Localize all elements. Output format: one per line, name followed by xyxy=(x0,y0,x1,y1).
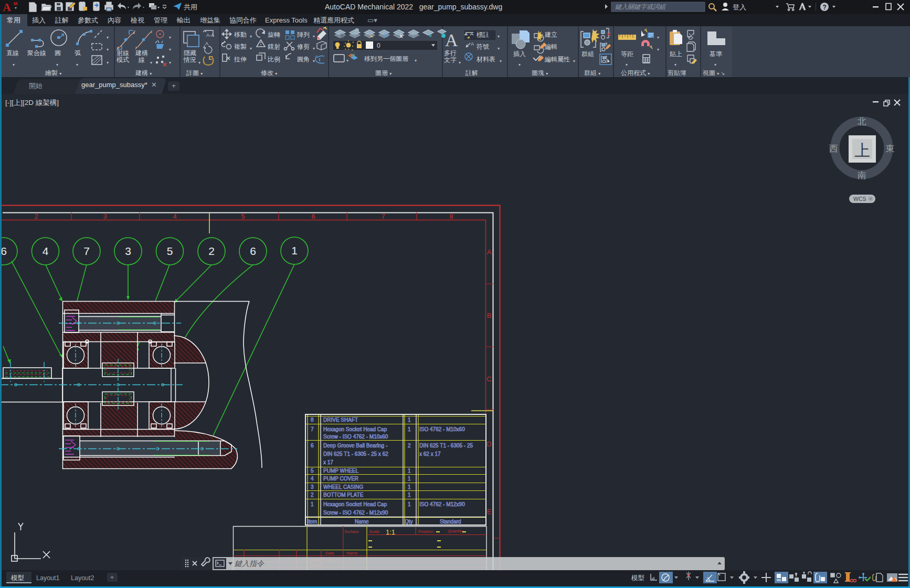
svg-text:西: 西 xyxy=(829,144,838,154)
svg-text:Screw - ISO 4762 - M10x60: Screw - ISO 4762 - M10x60 xyxy=(323,434,388,440)
svg-text:Quantity: Quantity xyxy=(448,529,463,533)
svg-text:A: A xyxy=(487,248,492,256)
svg-text:Name: Name xyxy=(355,519,369,525)
svg-text:A: A xyxy=(3,1,11,14)
svg-text:1:1: 1:1 xyxy=(386,528,395,536)
svg-text:Hexagon Socket Head Cap: Hexagon Socket Head Cap xyxy=(323,501,387,507)
svg-text:4: 4 xyxy=(173,212,176,220)
svg-text:Scale: Scale xyxy=(369,529,380,534)
svg-text:Screw - ISO 4762 - M12x90: Screw - ISO 4762 - M12x90 xyxy=(323,510,388,516)
svg-text:WCS: WCS xyxy=(853,196,866,202)
svg-text:8: 8 xyxy=(449,212,453,220)
svg-text:北: 北 xyxy=(858,116,866,126)
svg-text:鍵入指令: 鍵入指令 xyxy=(232,559,264,568)
svg-text:A: A xyxy=(471,41,474,47)
svg-text:Qty: Qty xyxy=(405,519,413,525)
svg-text:上: 上 xyxy=(854,142,870,159)
svg-text:7: 7 xyxy=(381,212,385,220)
svg-text:Position: Position xyxy=(418,529,433,534)
svg-text:[-][上][2D 線架構]: [-][上][2D 線架構] xyxy=(5,99,59,106)
svg-text:Layout1: Layout1 xyxy=(36,574,60,582)
svg-text:WHEEL CASING: WHEEL CASING xyxy=(323,484,364,490)
svg-text:Deep Groove Ball Bearing -: Deep Groove Ball Bearing - xyxy=(323,443,387,448)
svg-text:Hexagon Socket Head Cap: Hexagon Socket Head Cap xyxy=(323,426,387,432)
svg-text:7: 7 xyxy=(83,245,90,257)
svg-text:共用: 共用 xyxy=(184,3,197,11)
svg-text:PUMP WHEEL: PUMP WHEEL xyxy=(323,468,358,474)
svg-text:1: 1 xyxy=(408,417,411,423)
svg-text:東: 東 xyxy=(886,144,895,154)
svg-text:A: A xyxy=(445,30,458,50)
svg-text:C: C xyxy=(486,375,491,383)
svg-text:1: 1 xyxy=(408,484,411,490)
svg-text:D: D xyxy=(486,440,491,448)
svg-text:Date: Date xyxy=(325,551,334,555)
svg-text:5: 5 xyxy=(311,468,314,474)
svg-text:AutoCAD Mechanical 2022 gear: AutoCAD Mechanical 2022 gear_pump_subass… xyxy=(325,3,502,11)
svg-text:DIN 625 T1 - 6305 - 25: DIN 625 T1 - 6305 - 25 xyxy=(419,443,473,448)
svg-text:0: 0 xyxy=(377,42,380,49)
svg-text:3: 3 xyxy=(103,212,107,220)
svg-text:模型: 模型 xyxy=(10,574,24,582)
svg-text:模型: 模型 xyxy=(631,574,644,582)
svg-text:5: 5 xyxy=(167,245,173,257)
svg-text:1: 1 xyxy=(408,476,411,482)
svg-text:+: + xyxy=(110,574,114,581)
svg-text:6: 6 xyxy=(311,443,314,448)
svg-text:3: 3 xyxy=(311,484,314,490)
svg-text:1: 1 xyxy=(291,244,298,256)
svg-text:2: 2 xyxy=(208,245,215,257)
svg-text:E: E xyxy=(487,508,492,516)
svg-text:1: 1 xyxy=(408,492,411,498)
svg-text:DIN 625 T1 - 6305 - 25 x 62: DIN 625 T1 - 6305 - 25 x 62 xyxy=(323,451,388,457)
svg-text:Standard: Standard xyxy=(440,519,461,525)
svg-text:1: 1 xyxy=(408,426,411,432)
svg-text:?: ? xyxy=(823,4,827,11)
svg-text:B: B xyxy=(487,312,492,319)
svg-text:8: 8 xyxy=(311,417,314,423)
svg-text:x 17: x 17 xyxy=(323,459,333,465)
svg-text:4: 4 xyxy=(311,476,314,482)
svg-text:7: 7 xyxy=(311,426,314,432)
svg-text:2: 2 xyxy=(311,492,314,498)
svg-text:DRIVE SHAFT: DRIVE SHAFT xyxy=(323,417,358,423)
svg-text:Name: Name xyxy=(346,551,358,555)
svg-text:5: 5 xyxy=(241,212,245,220)
svg-text:3: 3 xyxy=(125,245,131,257)
svg-text:A: A xyxy=(205,41,208,46)
svg-text:x 62 x 17: x 62 x 17 xyxy=(419,451,441,457)
svg-text:6: 6 xyxy=(311,212,315,220)
svg-text:1: 1 xyxy=(408,468,411,474)
svg-text:4: 4 xyxy=(43,245,49,257)
svg-text:1: 1 xyxy=(311,501,314,507)
svg-text:Layout2: Layout2 xyxy=(71,574,94,582)
svg-text:Item: Item xyxy=(307,519,317,525)
svg-text:登入: 登入 xyxy=(733,3,746,11)
svg-text:2: 2 xyxy=(34,212,38,220)
svg-text:M: M xyxy=(14,1,18,6)
svg-text:6: 6 xyxy=(250,245,256,257)
svg-text:南: 南 xyxy=(858,170,866,180)
svg-text:A-A: A-A xyxy=(206,33,214,38)
svg-text:Surface: Surface xyxy=(344,529,359,534)
svg-text:PUMP COVER: PUMP COVER xyxy=(323,476,358,482)
svg-text:ISO 4762 - M10x60: ISO 4762 - M10x60 xyxy=(419,426,465,432)
svg-text:BOTTOM PLATE: BOTTOM PLATE xyxy=(323,492,364,498)
svg-text:鍵入關鍵字或詞組: 鍵入關鍵字或詞組 xyxy=(615,3,666,10)
svg-text:1: 1 xyxy=(408,501,411,507)
svg-text:ISO 4762 - M12x90: ISO 4762 - M12x90 xyxy=(419,501,465,507)
svg-text:2: 2 xyxy=(408,443,411,448)
